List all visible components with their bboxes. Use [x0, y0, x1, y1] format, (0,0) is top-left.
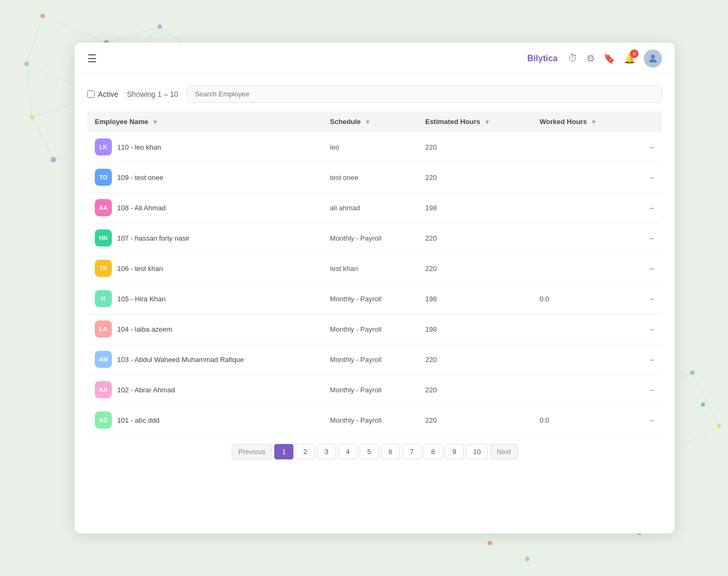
employee-avatar: H — [95, 290, 112, 307]
employee-avatar: TK — [95, 260, 112, 277]
clock-icon[interactable]: ⏱ — [568, 53, 578, 64]
svg-point-17 — [24, 62, 29, 66]
estimated-hours-cell: 220 — [418, 375, 532, 405]
row-arrow[interactable]: → — [635, 253, 662, 284]
page-button-6[interactable]: 6 — [381, 444, 400, 459]
previous-button[interactable]: Previous — [232, 444, 273, 459]
showing-text: Showing 1 – 10 — [127, 90, 178, 98]
row-arrow[interactable]: → — [635, 284, 662, 314]
page-button-5[interactable]: 5 — [359, 444, 379, 459]
page-button-3[interactable]: 3 — [317, 444, 336, 459]
svg-line-1 — [107, 27, 160, 43]
page-button-9[interactable]: 9 — [445, 444, 464, 459]
active-label: Active — [98, 90, 118, 98]
svg-line-7 — [27, 64, 32, 117]
employee-cell-101: AD 101 - abc ddd — [87, 405, 323, 435]
page-button-2[interactable]: 2 — [296, 444, 315, 459]
worked-hours-cell — [532, 162, 635, 193]
schedule-cell: test khan — [323, 253, 418, 284]
employee-name: 106 - test khan — [117, 265, 163, 273]
employee-name: 105 - Hira Khan — [117, 295, 166, 303]
table-row: HN 107 - hassan forty nasir Monthly - Pa… — [87, 223, 662, 253]
employee-cell-106: TK 106 - test khan — [87, 253, 323, 284]
schedule-cell: leo — [323, 132, 418, 162]
sort-employee-icon: ▼ — [152, 119, 158, 125]
col-worked-hours[interactable]: Worked Hours ▼ — [532, 111, 635, 132]
next-button[interactable]: Next — [490, 444, 518, 459]
svg-point-46 — [701, 402, 705, 407]
table-row: AM 103 - Abdul Waheed Muhammad Rafique M… — [87, 344, 662, 375]
worked-hours-cell: 0:0 — [532, 284, 635, 314]
row-arrow[interactable]: → — [635, 132, 662, 162]
table-body: LK 110 - leo khan leo 220 → TO 109 - tes… — [87, 132, 662, 435]
row-arrow[interactable]: → — [635, 193, 662, 223]
employee-cell-102: AA 102 - Abrar Ahmad — [87, 375, 323, 405]
estimated-hours-cell: 220 — [418, 132, 532, 162]
employee-table: Employee Name ▼ Schedule ▼ Estimated Hou… — [87, 111, 662, 435]
worked-hours-cell — [532, 223, 635, 253]
pagination-bar: Previous12345678910Next — [87, 435, 662, 464]
employee-avatar: AD — [95, 412, 112, 429]
nav-icons: ⏱ ⚙ 🔖 🔔 0 — [568, 50, 662, 68]
gear-icon[interactable]: ⚙ — [586, 53, 595, 64]
row-arrow[interactable]: → — [635, 405, 662, 435]
employee-cell-107: HN 107 - hassan forty nasir — [87, 223, 323, 253]
schedule-cell: Monthly - Payroll — [323, 314, 418, 344]
worked-hours-cell — [532, 314, 635, 344]
active-filter[interactable]: Active — [87, 90, 118, 98]
employee-cell-110: LK 110 - leo khan — [87, 132, 323, 162]
estimated-hours-cell: 198 — [418, 193, 532, 223]
svg-point-20 — [51, 157, 56, 162]
estimated-hours-cell: 198 — [418, 314, 532, 344]
schedule-cell: Monthly - Payroll — [323, 375, 418, 405]
bell-icon[interactable]: 🔔 0 — [624, 53, 635, 64]
row-arrow[interactable]: → — [635, 314, 662, 344]
table-header: Employee Name ▼ Schedule ▼ Estimated Hou… — [87, 111, 662, 132]
schedule-cell: Monthly - Payroll — [323, 405, 418, 435]
col-employee-name[interactable]: Employee Name ▼ — [87, 111, 323, 132]
schedule-cell: ali ahmad — [323, 193, 418, 223]
schedule-cell: test onee — [323, 162, 418, 193]
page-button-8[interactable]: 8 — [423, 444, 443, 459]
svg-line-5 — [27, 16, 43, 64]
col-schedule[interactable]: Schedule ▼ — [323, 111, 418, 132]
hamburger-menu[interactable]: ☰ — [87, 52, 97, 65]
col-estimated-hours[interactable]: Estimated Hours ▼ — [418, 111, 532, 132]
employee-avatar: AM — [95, 351, 112, 368]
employee-name: 102 - Abrar Ahmad — [117, 386, 175, 394]
worked-hours-cell — [532, 375, 635, 405]
table-row: LA 104 - laiba azeem Monthly - Payroll 1… — [87, 314, 662, 344]
page-button-7[interactable]: 7 — [402, 444, 421, 459]
search-input[interactable] — [187, 85, 662, 103]
worked-hours-cell — [532, 132, 635, 162]
row-arrow[interactable]: → — [635, 375, 662, 405]
svg-point-49 — [525, 557, 529, 561]
employee-cell-109: TO 109 - test onee — [87, 162, 323, 193]
employee-avatar: LA — [95, 320, 112, 338]
svg-point-48 — [488, 541, 492, 545]
employee-cell-108: AA 108 - Ali Ahmad — [87, 193, 323, 223]
row-arrow[interactable]: → — [635, 344, 662, 375]
user-avatar[interactable] — [644, 50, 662, 68]
active-checkbox[interactable] — [87, 90, 95, 98]
employee-avatar: LK — [95, 138, 112, 155]
employee-avatar: AA — [95, 199, 112, 216]
employee-cell-105: H 105 - Hira Khan — [87, 284, 323, 314]
estimated-hours-cell: 220 — [418, 162, 532, 193]
row-arrow[interactable]: → — [635, 223, 662, 253]
brand-logo: Bilytica — [527, 54, 558, 63]
employee-avatar: AA — [95, 381, 112, 398]
page-button-4[interactable]: 4 — [338, 444, 357, 459]
schedule-cell: Monthly - Payroll — [323, 344, 418, 375]
svg-point-14 — [158, 24, 162, 29]
bookmark-icon[interactable]: 🔖 — [603, 53, 615, 64]
row-arrow[interactable]: → — [635, 162, 662, 193]
table-row: TK 106 - test khan test khan 220 → — [87, 253, 662, 284]
worked-hours-cell: 0:0 — [532, 405, 635, 435]
page-button-1[interactable]: 1 — [274, 444, 293, 459]
page-button-10[interactable]: 10 — [466, 444, 487, 459]
svg-line-26 — [692, 373, 719, 426]
schedule-cell: Monthly - Payroll — [323, 223, 418, 253]
employee-avatar: TO — [95, 169, 112, 186]
svg-point-12 — [40, 14, 45, 18]
